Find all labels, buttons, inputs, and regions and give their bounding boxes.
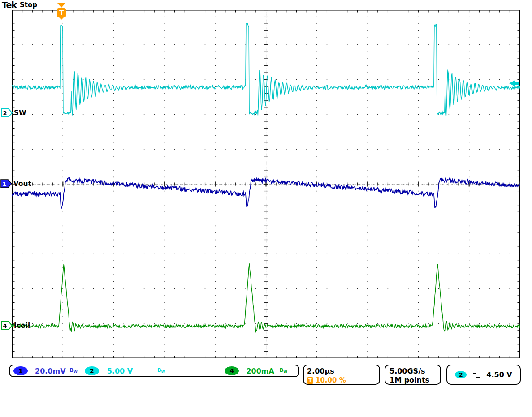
trigger-level-arrow-icon[interactable] [509,80,519,87]
ch4-label: Icoil [14,322,30,330]
ch2-label: SW [14,109,26,117]
waveform-display [12,10,520,358]
acquisition-status: Stop [20,1,37,9]
falling-edge-icon [472,371,480,378]
timebase-readout: 2.00µs [307,367,376,375]
channel-scale-readout-box: 1 20.0mV BW 2 5.00 V BW 4 200mA BW [9,365,299,377]
ch1-badge-number: 1 [18,367,23,374]
ch1-badge[interactable]: 1 [13,366,28,375]
ch2-badge[interactable]: 2 [85,366,99,375]
trigger-t-badge-notch [59,17,64,20]
ch4-position-marker[interactable]: 4 Icoil [1,321,30,330]
tek-logo: Tek [2,0,17,10]
horizontal-readout-box: 2.00µs T 10.00 % [303,365,380,385]
trigger-position-arrow-icon [57,3,65,8]
ch1-scale-readout: 20.0mV [35,367,66,375]
trigger-position-readout: 10.00 % [316,376,346,384]
sample-rate-readout: 5.00GS/s [389,367,436,376]
ch4-badge[interactable]: 4 [225,366,239,375]
sw-trace [12,24,520,116]
oscilloscope-screen: Tek Stop T 2 SW 1 Vout 4 Icoil 1 [0,0,532,417]
ch4-bandwidth-icon: BW [280,368,287,374]
ch4-marker-icon: 4 [1,321,13,330]
record-length-readout: 1M points [389,376,436,385]
ch1-marker-number: 1 [2,181,6,187]
trigger-position-marker[interactable]: T [56,3,66,20]
ch2-marker-number: 2 [3,110,7,116]
trigger-t-badge: T [57,8,66,17]
ch1-position-marker[interactable]: 1 Vout [0,179,31,188]
ch2-position-marker[interactable]: 2 SW [1,108,26,117]
ch2-scale-readout: 5.00 V [107,367,133,375]
trigger-source-number: 2 [459,371,463,378]
ch4-scale-readout: 200mA [246,367,274,375]
trigger-readout-box: 2 4.50 V [446,365,521,385]
ch2-badge-number: 2 [90,367,94,374]
acquisition-readout-box: 5.00GS/s 1M points [385,365,441,385]
ch1-bandwidth-icon: BW [70,368,78,374]
trigger-source-badge[interactable]: 2 [455,371,467,378]
ch1-label: Vout [13,180,31,188]
ch4-badge-number: 4 [230,367,234,374]
trigger-position-t-icon: T [307,377,313,384]
ch1-marker-icon: 1 [0,179,12,188]
trigger-level-readout: 4.50 V [486,370,512,379]
ch2-bandwidth-icon: BW [157,368,165,374]
graticule-area [12,10,520,358]
ch4-marker-number: 4 [3,322,7,329]
ch2-marker-icon: 2 [1,108,13,117]
